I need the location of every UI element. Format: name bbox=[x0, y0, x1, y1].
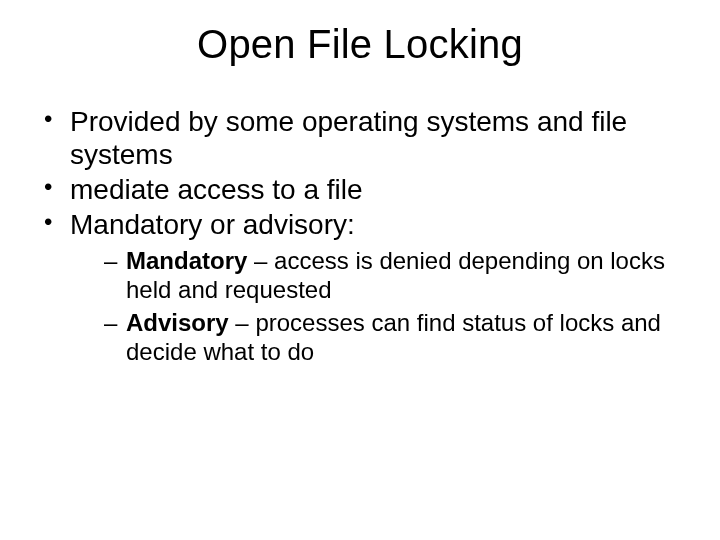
slide-body: Provided by some operating systems and f… bbox=[0, 87, 720, 366]
slide-title: Open File Locking bbox=[0, 0, 720, 87]
sub-bullet-item: Mandatory – access is denied depending o… bbox=[100, 247, 684, 305]
bullet-item: Provided by some operating systems and f… bbox=[36, 105, 684, 171]
bullet-text: Mandatory or advisory: bbox=[70, 209, 355, 240]
sub-label: Advisory bbox=[126, 309, 229, 336]
bullet-list: Provided by some operating systems and f… bbox=[36, 105, 684, 366]
bullet-item: mediate access to a file bbox=[36, 173, 684, 206]
sub-label: Mandatory bbox=[126, 247, 247, 274]
sub-bullet-list: Mandatory – access is denied depending o… bbox=[70, 247, 684, 366]
bullet-item: Mandatory or advisory: Mandatory – acces… bbox=[36, 208, 684, 366]
slide: Open File Locking Provided by some opera… bbox=[0, 0, 720, 540]
sub-bullet-item: Advisory – processes can find status of … bbox=[100, 309, 684, 367]
